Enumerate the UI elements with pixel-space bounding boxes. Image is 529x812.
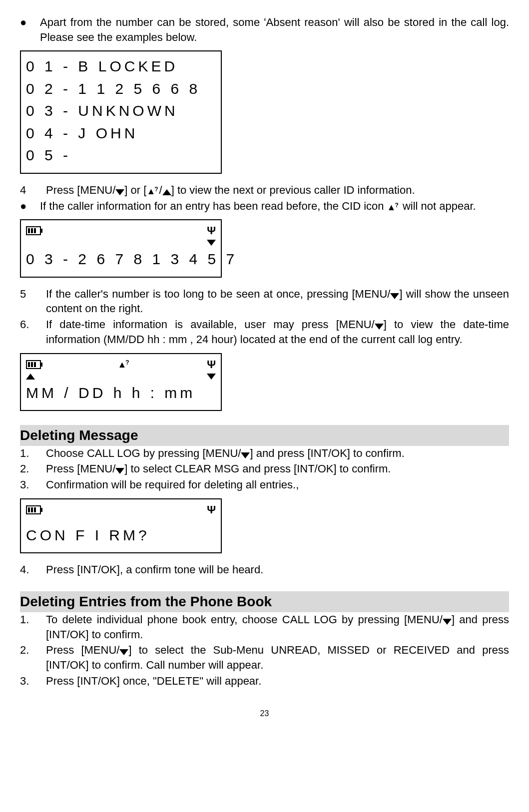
intro-bullet-row: ● Apart from the number can be stored, s… [20,15,509,44]
battery-icon [26,360,41,369]
step6-text-a: If date-time information is available, u… [46,318,375,331]
step-4-row: 4 Press [MENU/] or [▲/] to view the next… [20,183,509,198]
de-s2-a: Press [MENU/ [46,644,119,656]
step-4-number: 4 [20,183,46,198]
dm-step-2: 2. Press [MENU/] to select CLEAR MSG and… [20,461,509,476]
menu-down-icon [119,649,128,655]
menu-down-icon [390,293,399,299]
battery-icon [26,226,41,235]
lcd3-arrowbar [26,372,216,381]
dm-s1-a: Choose CALL LOG by pressing [MENU/ [46,447,241,459]
dm-step-3-text: Confirmation will be required for deleti… [46,477,509,492]
menu-down-icon [443,619,452,625]
dm-step-2-text: Press [MENU/] to select CLEAR MSG and pr… [46,461,509,476]
step4-text-d: ] to view the next or previous caller ID… [171,184,415,196]
de-step-1-number: 1. [20,612,46,642]
step5-text-a: If the caller's number is too long to be… [46,288,390,300]
scroll-down-icon [207,240,216,246]
caller-id-icon: ▲ [387,201,400,213]
dm-step-1-text: Choose CALL LOG by pressing [MENU/] and … [46,446,509,461]
caller-id-icon: ▲ [146,185,159,197]
menu-down-icon [375,324,384,330]
lcd-box-confirm: Ψ CON F I RM? [20,498,222,554]
step-4-text: Press [MENU/] or [▲/] to view the next o… [46,183,509,198]
dm-step-4-number: 4. [20,562,46,577]
de-step-2: 2. Press [MENU/] to select the Sub-Menu … [20,643,509,672]
step-6-number: 6. [20,317,46,347]
step-5-text: If the caller's number is too long to be… [46,287,509,316]
bullet-2-text: If the caller information for an entry h… [40,199,509,214]
intro-bullet-text: Apart from the number can be stored, som… [40,15,509,44]
lcd1-line4: 0 4 - J OHN [26,123,216,144]
step-5-number: 5 [20,287,46,316]
caller-id-icon: ▲ [118,359,130,371]
antenna-icon: Ψ [207,359,216,370]
dm-step-1-number: 1. [20,446,46,461]
antenna-icon: Ψ [207,225,216,236]
lcd2-topbar: Ψ [26,224,216,237]
de-step-3-number: 3. [20,674,46,689]
heading-deleting-entries: Deleting Entries from the Phone Book [20,591,509,612]
lcd3-line: MM / DD h h : mm [26,383,216,404]
lcd-box-call-log-list: 0 1 - B LOCKED 0 2 - 1 1 2 5 6 6 8 0 3 -… [20,50,222,174]
scroll-up-icon [26,374,35,380]
dm-s2-b: ] to select CLEAR MSG and press [INT/OK]… [124,462,391,475]
scroll-down-icon [207,374,216,380]
de-step-3-text: Press [INT/OK] once, "DELETE" will appea… [46,674,509,689]
lcd1-line1: 0 1 - B LOCKED [26,56,216,77]
de-step-1-text: To delete individual phone book entry, c… [46,612,509,642]
menu-down-icon [241,452,250,458]
step4-text-b: ] or [ [124,184,146,196]
bullet2-text-a: If the caller information for an entry h… [40,200,387,212]
bullet-dot-icon: ● [20,199,40,214]
up-arrow-icon [162,189,171,195]
menu-down-icon [115,468,124,474]
lcd4-topbar: Ψ [26,503,216,516]
de-step-2-number: 2. [20,643,46,672]
bullet-2-row: ● If the caller information for an entry… [20,199,509,214]
lcd2-arrowbar [26,238,216,247]
page-number: 23 [20,708,509,719]
menu-down-icon [115,189,124,195]
dm-step-4-text: Press [INT/OK], a confirm tone will be h… [46,562,509,577]
antenna-icon: Ψ [207,504,216,515]
dm-step-2-number: 2. [20,461,46,476]
heading-deleting-message: Deleting Message [20,425,509,446]
dm-s1-b: ] and press [INT/OK] to confirm. [250,447,404,459]
bullet-dot-icon: ● [20,15,40,44]
dm-step-1: 1. Choose CALL LOG by pressing [MENU/] a… [20,446,509,461]
dm-s2-a: Press [MENU/ [46,462,115,475]
step-6-row: 6. If date-time information is available… [20,317,509,347]
dm-step-4: 4. Press [INT/OK], a confirm tone will b… [20,562,509,577]
lcd1-line3: 0 3 - UNKNOWN [26,101,216,121]
lcd2-line: 0 3 - 2 6 7 8 1 3 4 5 7 [26,249,216,270]
dm-step-3-number: 3. [20,477,46,492]
bullet2-text-b: will not appear. [400,200,476,212]
lcd-box-datetime: ▲ Ψ MM / DD h h : mm [20,353,222,411]
lcd-box-long-number: Ψ 0 3 - 2 6 7 8 1 3 4 5 7 [20,219,222,278]
step-6-text: If date-time information is available, u… [46,317,509,347]
step4-text-a: Press [MENU/ [46,184,115,196]
lcd4-line: CON F I RM? [26,525,216,546]
de-step-3: 3. Press [INT/OK] once, "DELETE" will ap… [20,674,509,689]
lcd1-line5: 0 5 - [26,145,216,166]
dm-step-3: 3. Confirmation will be required for del… [20,477,509,492]
lcd1-line2: 0 2 - 1 1 2 5 6 6 8 [26,79,216,99]
battery-icon [26,505,41,514]
de-step-2-text: Press [MENU/] to select the Sub-Menu UNR… [46,643,509,672]
step-5-row: 5 If the caller's number is too long to … [20,287,509,316]
de-step-1: 1. To delete individual phone book entry… [20,612,509,642]
de-s1-a: To delete individual phone book entry, c… [46,613,443,626]
lcd3-topbar: ▲ Ψ [26,358,216,371]
